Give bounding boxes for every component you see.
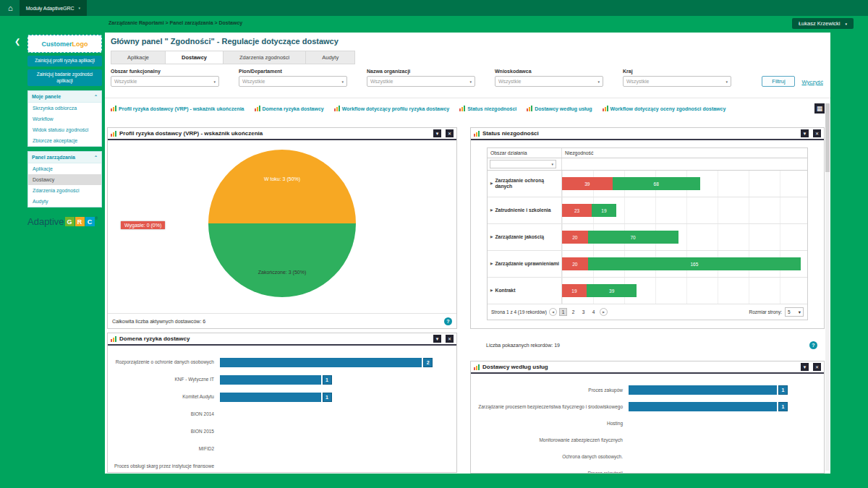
tab-suppliers[interactable]: Dostawcy	[166, 51, 224, 64]
row-label-cell[interactable]: ▶ Zarządzanie ochroną danych	[488, 171, 562, 197]
expand-row-icon: ▶	[490, 235, 493, 239]
minimize-widget-icon[interactable]: ▼	[801, 129, 809, 137]
page-button-2[interactable]: 2	[569, 308, 577, 316]
select-value: Wszystkie	[498, 79, 522, 84]
chart-link-suppliers-by-service[interactable]: Dostawcy według usług	[527, 106, 592, 111]
sidebar-item-bulk-acceptance[interactable]: Zbiorcze akceptacje	[28, 135, 101, 146]
chart-link-vrp[interactable]: Profil ryzyka dostawcy (VRP) - wskaźnik …	[111, 106, 244, 111]
close-widget-icon[interactable]: ✕	[446, 335, 454, 343]
filter-requester-select[interactable]: Wszystkie ▾	[495, 76, 603, 87]
widget-risk-domain: Domena ryzyka dostawcy ▼ ✕ Rozporządzeni…	[107, 333, 457, 473]
user-name: Łukasz Krzewicki	[799, 20, 841, 27]
tab-compliance-events[interactable]: Zdarzenia zgodności	[224, 51, 306, 64]
modules-dropdown-label: Moduły AdaptiveGRC	[26, 6, 75, 11]
sidebar-item-suppliers[interactable]: Dostawcy	[28, 174, 101, 185]
nav-header-management-panel[interactable]: Panel zarządzania ⌃	[28, 152, 101, 163]
page-button-4[interactable]: 4	[590, 308, 597, 316]
page-button-3[interactable]: 3	[579, 308, 587, 316]
page-button-1[interactable]: 1	[559, 308, 567, 316]
sidebar-collapse-chevron[interactable]: ❮	[14, 38, 20, 46]
chart-link-noncompliance-status[interactable]: Status niezgodności	[459, 106, 516, 111]
stacked-bar: 20165	[562, 257, 807, 270]
filter-label: Wnioskodawca	[495, 69, 603, 74]
sidebar-item-inbox[interactable]: Skrzynka odbiorcza	[28, 103, 101, 114]
init-compliance-study-button[interactable]: Zainicjuj badanie zgodności aplikacji	[27, 69, 102, 87]
prev-page-icon[interactable]: ◀	[549, 308, 557, 316]
tab-audits[interactable]: Audyty	[306, 51, 355, 64]
filter-organization: Nazwa organizacji Wszystkie ▾	[367, 69, 475, 87]
sidebar-item-applications[interactable]: Aplikacje	[28, 163, 101, 174]
row-label-cell[interactable]: ▶ Kontrakt	[488, 278, 562, 304]
clear-filters-link[interactable]: Wyczyść	[801, 79, 823, 87]
adaptivegrc-logo: Adaptive G R C ®	[27, 216, 102, 227]
minimize-widget-icon[interactable]: ▼	[433, 335, 441, 343]
chart-link-assessment-workflow[interactable]: Workflow dotyczący oceny zgodności dosta…	[603, 106, 726, 111]
help-icon[interactable]: ?	[444, 317, 452, 325]
row-label-cell[interactable]: ▶ Zarządzanie uprawnieniami	[488, 251, 562, 277]
minimize-widget-icon[interactable]: ▼	[801, 363, 809, 371]
close-widget-icon[interactable]: ✕	[813, 363, 821, 371]
filter-country-select[interactable]: Wszystkie ▾	[623, 76, 731, 87]
scrollbar-track[interactable]	[825, 103, 830, 471]
widget-title: Dostawcy według usług	[482, 364, 796, 370]
bar-value-badge: 1	[778, 385, 788, 395]
sidebar-item-audits[interactable]: Audyty	[28, 196, 101, 207]
main-panel: Główny panel " Zgodności" - Regulacje do…	[105, 33, 830, 474]
column-filter-select[interactable]: ▾	[490, 160, 556, 168]
bar-track: 1	[220, 375, 456, 385]
bar-segment: 165	[588, 257, 801, 270]
bar-segment: 68	[613, 177, 700, 190]
app-window: ⌂ Moduły AdaptiveGRC ▾ Zarządzanie Rapor…	[0, 0, 868, 488]
chevron-down-icon: ▾	[726, 80, 728, 84]
filter-label: Kraj	[623, 69, 731, 74]
modules-dropdown[interactable]: Moduły AdaptiveGRC ▾	[20, 0, 87, 16]
select-value: Wszystkie	[370, 79, 393, 84]
nav-header-my-panels[interactable]: Moje panele ⌃	[28, 91, 101, 103]
user-menu[interactable]: Łukasz Krzewicki ▾	[792, 18, 854, 29]
bar-category-label: Ochrona danych osobowych.	[471, 454, 629, 459]
table-header-row: Obszar działania Niezgodność	[488, 148, 807, 158]
minimize-widget-icon[interactable]: ▼	[433, 129, 441, 137]
close-widget-icon[interactable]: ✕	[446, 129, 454, 137]
filter-division-select[interactable]: Wszystkie ▾	[239, 76, 347, 87]
next-page-icon[interactable]: ▶	[600, 308, 608, 316]
page-title: Główny panel " Zgodności" - Regulacje do…	[111, 37, 339, 46]
bar-row: Proces rekrutacji	[471, 465, 824, 474]
filter-functional-area-select[interactable]: Wszystkie ▾	[111, 76, 219, 87]
help-icon[interactable]: ?	[809, 341, 817, 349]
breadcrumb[interactable]: Zarządzanie Raportami > Panel zarządzani…	[109, 20, 242, 25]
chevron-down-icon: ▾	[845, 22, 847, 26]
bar-segment: 23	[562, 204, 592, 217]
filter-label: Obszar funkcjonalny	[111, 69, 219, 74]
chart-link-vrp-workflow[interactable]: Workflow dotyczący profilu ryzyka dostaw…	[334, 106, 449, 111]
bar-segment: 70	[588, 231, 678, 244]
mini-bar-chart-icon	[255, 106, 260, 111]
init-risk-profile-button[interactable]: Zainicjuj profil ryzyka aplikacji	[27, 56, 102, 67]
tab-applications[interactable]: Aplikacje	[111, 51, 166, 64]
total-suppliers-text: Całkowita liczba aktywnych dostawców: 6	[112, 319, 205, 324]
scrollbar-thumb[interactable]	[825, 103, 830, 172]
row-label: Zarządzanie ochroną danych	[495, 178, 560, 189]
filter-button[interactable]: Filtruj	[762, 76, 795, 87]
bar-track: 1	[629, 402, 824, 411]
sidebar-item-workflow[interactable]: Workflow	[28, 114, 101, 124]
row-label-cell[interactable]: ▶ Zatrudnienie i szkolenia	[488, 197, 562, 223]
widget-header: Dostawcy według usług ▼ ✕	[471, 361, 824, 374]
column-header-noncompliance: Niezgodność	[562, 148, 807, 158]
bar-category-label: Proces zakupów	[471, 388, 629, 393]
widget-header: Domena ryzyka dostawcy ▼ ✕	[108, 333, 456, 346]
bar-category-label: KNF - Wytyczne IT	[108, 377, 220, 382]
top-bar: ⌂ Moduły AdaptiveGRC ▾	[0, 0, 868, 16]
chart-link-risk-domain[interactable]: Domena ryzyka dostawcy	[255, 106, 324, 111]
filter-organization-select[interactable]: Wszystkie ▾	[367, 76, 475, 87]
sidebar-item-compliance-events[interactable]: Zdarzenia zgodności	[28, 185, 101, 196]
sidebar-item-compliance-status[interactable]: Widok statusu zgodności	[28, 124, 101, 135]
row-label-cell[interactable]: ▶ Zarządzanie jakością	[488, 224, 562, 250]
page-size-select[interactable]: 5 ▾	[785, 307, 804, 317]
dashboard-layout-icon[interactable]: ▦	[814, 103, 825, 114]
home-icon[interactable]: ⌂	[8, 4, 13, 12]
bar-segment: 19	[562, 284, 587, 297]
mini-bar-chart-icon	[459, 106, 465, 111]
table-row: ▶ Zarządzanie ochroną danych 3968	[488, 171, 807, 197]
close-widget-icon[interactable]: ✕	[813, 129, 821, 137]
